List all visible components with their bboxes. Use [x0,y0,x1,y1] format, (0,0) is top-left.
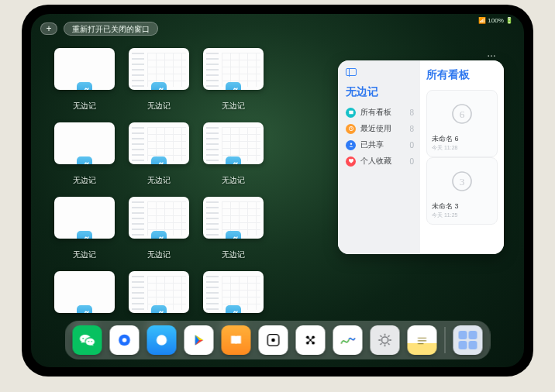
freeform-app-icon [77,231,92,239]
preview-sidebar: 无边记 所有看板8最近使用8已共享0个人收藏0 [338,60,420,254]
sidebar-item-count: 8 [409,108,414,117]
dock-app-qq2[interactable] [147,325,177,355]
dock-app-dots[interactable] [296,325,326,355]
sidebar-item-label: 所有看板 [360,107,391,118]
sidebar-item-red[interactable]: 个人收藏0 [346,156,414,167]
freeform-app-icon [226,82,241,90]
freeform-app-icon [226,156,241,164]
dock-app-dice[interactable] [259,325,288,355]
dock-app-books[interactable] [222,325,251,355]
orange-icon [346,124,356,134]
window-thumb-canvas [129,122,189,164]
window-thumbnail[interactable]: 无边记 [54,122,115,186]
window-thumb-canvas [203,122,264,164]
status-bar: 📶 100% 🔋 [478,17,513,24]
preview-section-title: 所有看板 [426,68,498,82]
svg-point-12 [271,339,275,342]
window-thumb-canvas [54,48,115,90]
board-timestamp: 今天 11:28 [432,144,492,152]
board-timestamp: 今天 11:25 [432,211,492,219]
dock-app-notes[interactable] [408,325,437,355]
sidebar-item-teal[interactable]: 所有看板8 [346,107,414,118]
sidebar-item-label: 已共享 [360,139,384,150]
svg-point-17 [381,337,388,343]
dock-app-qq1[interactable] [110,325,140,355]
freeform-app-icon [77,82,92,90]
sidebar-item-count: 0 [409,141,414,150]
window-thumb-canvas [203,197,264,239]
svg-rect-0 [349,111,353,115]
window-label: 无边记 [73,101,96,112]
dock-app-play[interactable] [184,325,214,355]
dock-app-settings[interactable] [371,325,400,355]
sidebar-toggle-icon[interactable] [346,68,357,76]
freeform-app-icon [77,156,92,164]
window-thumbnail[interactable]: 无边记 [203,122,264,186]
window-thumb-canvas [54,197,115,239]
board-card[interactable]: 3未命名 3今天 11:25 [426,157,498,225]
window-grid: 无边记无边记无边记无边记无边记无边记无边记无边记无边记无边记无边记无边记 [54,48,341,335]
window-label: 无边记 [222,101,245,112]
window-label: 无边记 [73,249,96,260]
reopen-closed-window-button[interactable]: 重新打开已关闭的窗口 [64,22,158,36]
window-label: 无边记 [222,175,245,186]
freeform-app-icon [151,305,167,313]
board-name: 未命名 6 [432,134,492,144]
window-label: 无边记 [147,249,171,260]
window-label: 无边记 [73,175,96,186]
svg-text:3: 3 [460,176,465,187]
window-label: 无边记 [147,101,171,112]
window-thumbnail[interactable]: 无边记 [129,197,189,260]
teal-icon [346,108,356,118]
freeform-app-icon [226,231,241,239]
svg-text:6: 6 [460,108,465,120]
window-thumbnail[interactable]: 无边记 [54,197,115,260]
freeform-app-icon [226,305,241,313]
window-thumbnail[interactable]: 无边记 [129,48,189,112]
svg-point-8 [122,338,127,342]
ipad-screen: 📶 100% 🔋 + 重新打开已关闭的窗口 无边记无边记无边记无边记无边记无边记… [31,14,524,367]
sidebar-item-count: 0 [409,157,414,166]
dock [65,321,491,359]
dock-app-freeform[interactable] [333,325,363,355]
dock-recent-folder[interactable] [453,325,483,355]
sidebar-item-blue[interactable]: 已共享0 [346,139,414,150]
sidebar-item-label: 最近使用 [360,123,391,134]
window-thumbnail[interactable]: 无边记 [203,197,264,260]
preview-app-title: 无边记 [346,85,414,99]
dock-app-wechat[interactable] [73,325,102,355]
window-thumb-canvas [129,271,189,313]
board-card[interactable]: 6未命名 6今天 11:28 [426,90,498,157]
top-toolbar: + 重新打开已关闭的窗口 [40,22,158,36]
window-thumb-canvas [203,48,264,90]
window-thumbnail[interactable]: 无边记 [203,48,264,112]
blue-icon [346,140,356,150]
freeform-app-icon [151,156,167,164]
board-canvas: 6 [432,95,492,132]
sidebar-item-orange[interactable]: 最近使用8 [346,123,414,134]
sidebar-item-label: 个人收藏 [360,156,391,167]
window-thumb-canvas [203,271,264,313]
freeform-app-icon [77,305,92,313]
window-thumbnail[interactable]: 无边记 [129,122,189,186]
freeform-app-icon [151,82,167,90]
ipad-device: 📶 100% 🔋 + 重新打开已关闭的窗口 无边记无边记无边记无边记无边记无边记… [22,5,533,377]
svg-point-2 [350,143,351,145]
window-thumbnail[interactable]: 无边记 [54,48,115,112]
window-thumb-canvas [129,197,189,239]
preview-main: 所有看板 6未命名 6今天 11:283未命名 3今天 11:25 [420,60,504,254]
window-thumb-canvas [54,122,115,164]
window-label: 无边记 [222,249,245,260]
new-window-button[interactable]: + [40,22,57,35]
freeform-preview-card[interactable]: 无边记 所有看板8最近使用8已共享0个人收藏0 所有看板 6未命名 6今天 11… [338,60,504,254]
window-thumb-canvas [54,271,115,313]
sidebar-item-count: 8 [409,125,414,133]
more-menu-icon[interactable]: … [487,48,498,59]
dock-separator [445,327,446,353]
board-canvas: 3 [432,163,492,200]
board-name: 未命名 3 [432,201,492,211]
red-icon [346,156,356,167]
window-label: 无边记 [147,175,171,186]
window-thumb-canvas [129,48,189,90]
freeform-app-icon [151,231,167,239]
